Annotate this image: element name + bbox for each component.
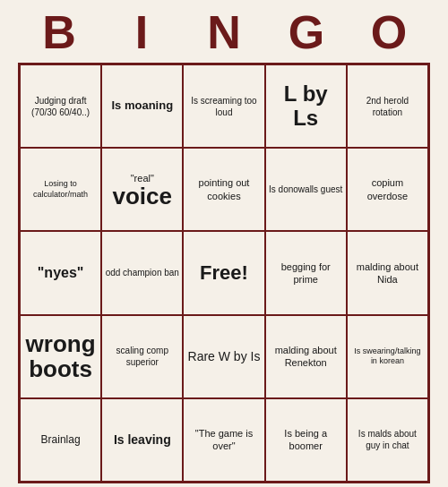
cell-1-4: copium overdose: [347, 148, 428, 231]
cell-text-2-1: odd champion ban: [106, 267, 179, 278]
cell-0-3: L by Ls: [265, 64, 347, 148]
cell-text-4-4: Is malds about guy in chat: [350, 428, 425, 451]
bingo-title: B I N G O: [18, 0, 430, 63]
cell-text-1-0: Losing to calculator/math: [23, 179, 98, 200]
cell-3-0: wrong boots: [20, 315, 101, 398]
cell-2-1: odd champion ban: [101, 231, 183, 314]
cell-1-1: "real" voice: [101, 148, 183, 231]
cell-3-3: malding about Renekton: [265, 315, 347, 398]
cell-text-bottom-1-1: voice: [113, 184, 173, 208]
cell-text-2-2: Free!: [200, 261, 248, 286]
cell-0-4: 2nd herold rotation: [347, 64, 428, 148]
cell-1-0: Losing to calculator/math: [20, 148, 101, 231]
cell-text-2-3: begging for prime: [269, 261, 343, 286]
cell-text-3-4: Is swearing/talking in korean: [350, 346, 425, 367]
cell-2-4: malding about Nida: [347, 231, 428, 314]
cell-text-1-4: copium overdose: [350, 176, 425, 202]
cell-text-4-2: "The game is over": [186, 427, 261, 453]
cell-2-0: "nyes": [20, 231, 101, 314]
letter-n: N: [188, 5, 260, 59]
cell-text-2-4: malding about Nida: [350, 261, 425, 286]
cell-3-2: Rare W by Is: [183, 315, 264, 398]
cell-text-3-2: Rare W by Is: [188, 348, 261, 364]
cell-text-1-3: Is donowalls guest: [269, 184, 342, 195]
letter-i: I: [106, 5, 177, 59]
letter-b: B: [23, 5, 95, 59]
cell-text-3-0: wrong boots: [23, 331, 98, 382]
cell-2-2: Free!: [183, 231, 264, 314]
cell-0-1: Is moaning: [101, 64, 183, 148]
cell-4-0: Brainlag: [20, 398, 101, 482]
cell-text-0-3: L by Ls: [269, 82, 343, 130]
cell-1-3: Is donowalls guest: [265, 148, 347, 231]
cell-text-1-2: pointing out cookies: [186, 176, 261, 202]
cell-text-0-0: Judging draft (70/30 60/40..): [23, 95, 98, 118]
cell-inner-1-1: "real" voice: [113, 172, 173, 208]
cell-text-0-2: Is screaming too loud: [186, 95, 261, 118]
cell-text-3-1: scaling comp superior: [105, 345, 179, 368]
cell-text-4-1: Is leaving: [114, 431, 171, 448]
cell-0-0: Judging draft (70/30 60/40..): [20, 64, 101, 148]
letter-g: G: [271, 5, 342, 59]
cell-text-4-0: Brainlag: [41, 433, 81, 448]
cell-text-4-3: Is being a boomer: [269, 427, 343, 453]
bingo-grid: Judging draft (70/30 60/40..) Is moaning…: [18, 63, 430, 483]
cell-4-2: "The game is over": [183, 398, 264, 482]
cell-0-2: Is screaming too loud: [183, 64, 264, 148]
cell-3-4: Is swearing/talking in korean: [347, 315, 428, 398]
cell-4-3: Is being a boomer: [265, 398, 347, 482]
cell-text-3-3: malding about Renekton: [269, 344, 343, 370]
cell-text-0-1: Is moaning: [111, 98, 173, 114]
cell-text-0-4: 2nd herold rotation: [350, 95, 425, 118]
cell-4-1: Is leaving: [101, 398, 183, 482]
letter-o: O: [353, 5, 425, 59]
cell-4-4: Is malds about guy in chat: [347, 398, 428, 482]
cell-3-1: scaling comp superior: [101, 315, 183, 398]
cell-2-3: begging for prime: [265, 231, 347, 314]
cell-text-2-0: "nyes": [38, 264, 84, 283]
cell-1-2: pointing out cookies: [183, 148, 264, 231]
